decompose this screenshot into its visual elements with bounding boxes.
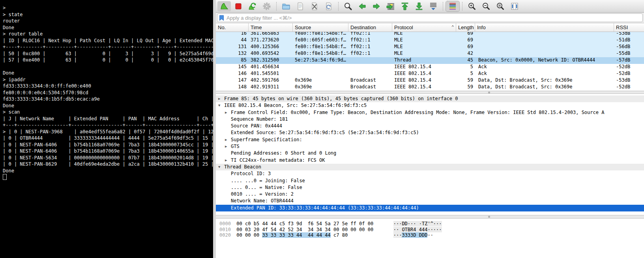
pane-splitter-top[interactable]: [216, 91, 644, 94]
packet-cell-length: 5: [456, 71, 475, 77]
terminal-line: > scan: [3, 109, 213, 116]
go-back-button[interactable]: [356, 1, 369, 11]
capture-stop-button[interactable]: [232, 1, 245, 11]
chevron-right-icon[interactable]: ▶: [225, 143, 230, 150]
open-file-button[interactable]: [279, 1, 293, 11]
column-header-destination[interactable]: Destination: [348, 23, 392, 32]
display-filter-field[interactable]: [217, 13, 643, 22]
detail-row[interactable]: ▶TI CC24xx-format metadata: FCS OK: [216, 157, 644, 164]
detail-text: .... ...0 = Joining: False: [231, 178, 305, 183]
chevron-down-icon[interactable]: ▼: [218, 102, 223, 109]
detail-row[interactable]: Protocol ID: 3: [216, 170, 644, 177]
detail-text: Extended Source: 5e:27:5a:54:f6:9d:f3:c5…: [231, 130, 419, 135]
hex-bytes: 33 33 33 33 44 44 44 44: [262, 232, 330, 238]
zoom-in-button[interactable]: [465, 1, 479, 11]
column-header-source[interactable]: Source: [293, 23, 348, 32]
hex-ascii: ···: [393, 232, 402, 238]
packet-cell-source: fe80::f8e1:54b8:f…: [293, 44, 348, 50]
go-last-button[interactable]: [412, 1, 426, 11]
detail-row[interactable]: 0010 .... = Version: 2: [216, 191, 644, 198]
packet-cell-length: 69: [456, 37, 475, 44]
chevron-right-icon[interactable]: ▶: [225, 109, 230, 116]
detail-text: Thread Beacon: [224, 164, 261, 170]
pane-splitter-bottom[interactable]: [216, 215, 644, 219]
terminal-line: >: [3, 5, 213, 11]
resize-columns-button[interactable]: [508, 1, 521, 11]
column-header-rssi[interactable]: RSSI: [614, 23, 644, 32]
terminal-line: Done: [3, 168, 213, 174]
capture-restart-button[interactable]: [246, 1, 259, 11]
display-filter-input[interactable]: [224, 15, 641, 21]
column-header-no[interactable]: No.: [216, 23, 249, 32]
detail-row[interactable]: Pending Addresses: 0 Short and 0 Long: [216, 150, 644, 157]
go-to-packet-button[interactable]: [384, 1, 397, 11]
detail-row[interactable]: .... ...0 = Joining: False: [216, 178, 644, 184]
chevron-right-icon[interactable]: ▶: [218, 95, 223, 102]
terminal-cursor: [3, 174, 7, 180]
go-forward-button[interactable]: [370, 1, 383, 11]
packet-cell-info: Beacon, Src: 0x0000, Network ID: OTBR444…: [475, 57, 614, 64]
zoom-reset-icon: [496, 2, 505, 11]
detail-row[interactable]: Extended Source: 5e:27:5a:54:f6:9d:f3:c5…: [216, 129, 644, 136]
packet-row[interactable]: 148402.9193110x369eBroadcastIEEE 802.15.…: [216, 84, 644, 91]
detail-row[interactable]: Extended PAN ID: 33:33:33:33:44:44:44:44…: [216, 205, 644, 211]
arrow-left-icon: [358, 2, 367, 11]
packet-cell-rssi: -52dB: [614, 84, 644, 91]
zoom-reset-button[interactable]: [494, 1, 507, 11]
column-header-info[interactable]: Info: [475, 23, 614, 32]
detail-row[interactable]: ▶Frame 85: 45 bytes on wire (360 bits), …: [216, 95, 644, 102]
chevron-right-icon[interactable]: ▶: [225, 157, 230, 164]
save-file-button[interactable]: [294, 1, 307, 11]
go-first-button[interactable]: [398, 1, 412, 11]
splitter-handle[interactable]: [488, 216, 490, 218]
packet-cell-time: 401.545501: [249, 71, 293, 77]
packet-cell-rssi: -51dB: [614, 37, 644, 44]
detail-row[interactable]: ▶Frame Control Field: 0xc000, Frame Type…: [216, 109, 644, 116]
packet-cell-destination: ff02::1: [348, 44, 392, 50]
hex-row[interactable]: 0020 00 00 00 33 33 33 33 44 44 44 44 c7…: [219, 232, 644, 238]
detail-row[interactable]: ▼IEEE 802.15.4 Beacon, Src: 5e:27:5a:54:…: [216, 102, 644, 109]
detail-row[interactable]: ▶GTS: [216, 143, 644, 150]
detail-row[interactable]: ▶Superframe Specification:: [216, 136, 644, 143]
packet-cell-time: 402.919311: [249, 84, 293, 91]
packet-row[interactable]: 132400.693542fe80::f8e1:54b8:f…ff02::1ML…: [216, 50, 644, 57]
packet-row[interactable]: 85382.3125005e:27:5a:54:f6:9d…Thread45Be…: [216, 57, 644, 64]
hex-ascii: ···DD··· ·TZ'^···: [393, 221, 442, 226]
packet-cell-length: 59: [456, 84, 475, 91]
colorize-packets-button[interactable]: [446, 1, 459, 11]
wireshark-window: No. Time Source Destination Protocol ^ L…: [213, 0, 644, 258]
packet-cell-destination: ff02::1: [348, 50, 392, 57]
bookmark-icon[interactable]: [219, 15, 224, 21]
column-header-time[interactable]: Time: [249, 23, 293, 32]
packet-cell-time: 400.693542: [249, 50, 293, 57]
column-header-protocol[interactable]: Protocol ^: [392, 23, 456, 32]
packet-row[interactable]: 147402.5917660x369eBroadcastIEEE 802.15.…: [216, 77, 644, 84]
reload-file-button[interactable]: [322, 1, 335, 11]
detail-row[interactable]: ▼Thread Beacon: [216, 164, 644, 170]
chevron-down-icon[interactable]: ▼: [218, 164, 223, 170]
packet-row[interactable]: 146401.545501IEEE 802.15.45Ack-52dB: [216, 71, 644, 77]
chevron-right-icon[interactable]: ▶: [225, 136, 230, 143]
hex-row[interactable]: 0010 00 03 20 4f 54 42 52 34 34 34 34 00…: [219, 227, 644, 233]
terminal-line: | 0 | NEST-PAN-5634 | 0000000000000000 |…: [3, 155, 213, 161]
hex-row[interactable]: 0000 00 c0 b5 44 44 c5 f3 9d f6 54 5a 27…: [219, 221, 644, 227]
packet-row[interactable]: 131400.125366fe80::f8e1:54b8:f…ff02::1ML…: [216, 44, 644, 50]
packet-row[interactable]: 145401.456634IEEE 802.15.45Ack-52dB: [216, 64, 644, 71]
zoom-out-button[interactable]: [479, 1, 493, 11]
splitter-handle[interactable]: [488, 92, 490, 93]
auto-scroll-button[interactable]: [427, 1, 440, 11]
detail-row[interactable]: Sequence Number: 181: [216, 116, 644, 123]
close-file-button[interactable]: [308, 1, 321, 11]
detail-row[interactable]: .... 0... = Native: False: [216, 184, 644, 191]
capture-options-button[interactable]: [260, 1, 273, 11]
terminal-line: | 0 | NEST-PAN-6406 | b754b1168a07069e |…: [3, 148, 213, 155]
detail-row[interactable]: Source PAN: 0x4444: [216, 123, 644, 129]
zoom-in-icon: [467, 2, 477, 11]
terminal-window[interactable]: >> staterouterDone> router table| ID | R…: [0, 0, 213, 258]
packet-row[interactable]: 44371.273620fe80::605f:e603:f…ff02::1MLE…: [216, 37, 644, 44]
terminal-line: | J | Network Name | Extended PAN | PAN …: [3, 116, 213, 122]
capture-start-button[interactable]: [217, 1, 231, 11]
detail-row[interactable]: Network Name: OTBR4444: [216, 198, 644, 204]
find-packet-button[interactable]: [341, 1, 355, 11]
column-header-length[interactable]: Length: [456, 23, 475, 32]
